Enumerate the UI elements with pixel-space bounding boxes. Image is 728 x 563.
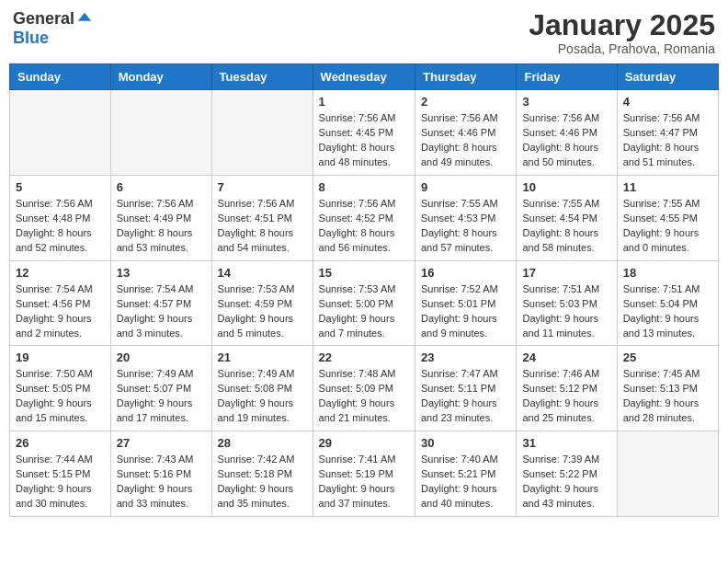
weekday-header: Friday xyxy=(517,64,617,90)
day-number: 6 xyxy=(117,180,206,194)
calendar-table: SundayMondayTuesdayWednesdayThursdayFrid… xyxy=(9,63,719,517)
calendar-cell: 30Sunrise: 7:40 AMSunset: 5:21 PMDayligh… xyxy=(415,431,517,517)
day-info: Sunrise: 7:56 AMSunset: 4:48 PMDaylight:… xyxy=(16,197,105,256)
calendar-cell: 15Sunrise: 7:53 AMSunset: 5:00 PMDayligh… xyxy=(313,260,415,346)
weekday-header: Sunday xyxy=(10,64,111,90)
day-info: Sunrise: 7:39 AMSunset: 5:22 PMDaylight:… xyxy=(522,453,610,511)
day-number: 10 xyxy=(522,180,610,194)
calendar-cell: 12Sunrise: 7:54 AMSunset: 4:56 PMDayligh… xyxy=(10,260,111,346)
day-number: 29 xyxy=(319,436,409,450)
calendar-cell xyxy=(10,90,111,176)
weekday-header: Monday xyxy=(110,64,211,90)
month-title: January 2025 xyxy=(529,9,715,41)
calendar-cell: 18Sunrise: 7:51 AMSunset: 5:04 PMDayligh… xyxy=(617,260,718,346)
page-header: General Blue January 2025 Posada, Prahov… xyxy=(9,9,719,56)
day-number: 1 xyxy=(319,95,409,109)
calendar-cell xyxy=(211,90,313,176)
day-info: Sunrise: 7:56 AMSunset: 4:45 PMDaylight:… xyxy=(319,111,409,170)
calendar-cell: 29Sunrise: 7:41 AMSunset: 5:19 PMDayligh… xyxy=(313,431,415,517)
calendar-week-row: 12Sunrise: 7:54 AMSunset: 4:56 PMDayligh… xyxy=(10,260,719,346)
day-info: Sunrise: 7:45 AMSunset: 5:13 PMDaylight:… xyxy=(623,367,712,426)
day-number: 9 xyxy=(421,180,510,194)
calendar-cell: 20Sunrise: 7:49 AMSunset: 5:07 PMDayligh… xyxy=(110,346,211,431)
day-number: 7 xyxy=(218,180,307,194)
calendar-week-row: 26Sunrise: 7:44 AMSunset: 5:15 PMDayligh… xyxy=(10,431,719,517)
day-info: Sunrise: 7:40 AMSunset: 5:21 PMDaylight:… xyxy=(421,453,510,511)
calendar-cell: 28Sunrise: 7:42 AMSunset: 5:18 PMDayligh… xyxy=(211,431,313,517)
calendar-cell: 9Sunrise: 7:55 AMSunset: 4:53 PMDaylight… xyxy=(415,175,517,260)
logo-general-text: General xyxy=(13,9,74,29)
calendar-cell: 6Sunrise: 7:56 AMSunset: 4:49 PMDaylight… xyxy=(110,175,211,260)
logo-blue-text: Blue xyxy=(13,29,49,48)
day-info: Sunrise: 7:55 AMSunset: 4:55 PMDaylight:… xyxy=(623,197,712,256)
day-info: Sunrise: 7:56 AMSunset: 4:49 PMDaylight:… xyxy=(117,197,206,256)
weekday-header: Thursday xyxy=(415,64,517,90)
day-info: Sunrise: 7:56 AMSunset: 4:51 PMDaylight:… xyxy=(218,197,307,256)
location-text: Posada, Prahova, Romania xyxy=(529,41,715,56)
calendar-cell: 2Sunrise: 7:56 AMSunset: 4:46 PMDaylight… xyxy=(415,90,517,176)
day-info: Sunrise: 7:42 AMSunset: 5:18 PMDaylight:… xyxy=(218,453,307,511)
calendar-cell xyxy=(110,90,211,176)
day-info: Sunrise: 7:55 AMSunset: 4:54 PMDaylight:… xyxy=(522,197,610,256)
day-info: Sunrise: 7:47 AMSunset: 5:11 PMDaylight:… xyxy=(421,367,510,426)
weekday-header: Wednesday xyxy=(313,64,415,90)
calendar-cell: 21Sunrise: 7:49 AMSunset: 5:08 PMDayligh… xyxy=(211,346,313,431)
day-number: 26 xyxy=(16,436,105,450)
day-number: 17 xyxy=(522,266,610,280)
day-number: 12 xyxy=(16,266,105,280)
day-number: 22 xyxy=(319,350,409,364)
day-info: Sunrise: 7:55 AMSunset: 4:53 PMDaylight:… xyxy=(421,197,510,256)
calendar-cell: 3Sunrise: 7:56 AMSunset: 4:46 PMDaylight… xyxy=(517,90,617,176)
day-info: Sunrise: 7:54 AMSunset: 4:56 PMDaylight:… xyxy=(16,282,105,341)
day-number: 24 xyxy=(522,350,610,364)
day-info: Sunrise: 7:53 AMSunset: 4:59 PMDaylight:… xyxy=(218,282,307,341)
title-area: January 2025 Posada, Prahova, Romania xyxy=(529,9,715,56)
day-number: 11 xyxy=(623,180,712,194)
calendar-cell: 13Sunrise: 7:54 AMSunset: 4:57 PMDayligh… xyxy=(110,260,211,346)
day-info: Sunrise: 7:54 AMSunset: 4:57 PMDaylight:… xyxy=(117,282,206,341)
day-info: Sunrise: 7:49 AMSunset: 5:08 PMDaylight:… xyxy=(218,367,307,426)
day-info: Sunrise: 7:41 AMSunset: 5:19 PMDaylight:… xyxy=(319,453,409,511)
day-info: Sunrise: 7:44 AMSunset: 5:15 PMDaylight:… xyxy=(16,453,105,511)
logo: General Blue xyxy=(13,9,93,48)
day-number: 3 xyxy=(522,95,610,109)
calendar-cell: 4Sunrise: 7:56 AMSunset: 4:47 PMDaylight… xyxy=(617,90,718,176)
calendar-cell: 31Sunrise: 7:39 AMSunset: 5:22 PMDayligh… xyxy=(517,431,617,517)
day-number: 25 xyxy=(623,350,712,364)
calendar-cell: 1Sunrise: 7:56 AMSunset: 4:45 PMDaylight… xyxy=(313,90,415,176)
day-number: 21 xyxy=(218,350,307,364)
calendar-cell: 22Sunrise: 7:48 AMSunset: 5:09 PMDayligh… xyxy=(313,346,415,431)
day-info: Sunrise: 7:56 AMSunset: 4:47 PMDaylight:… xyxy=(623,111,712,170)
day-info: Sunrise: 7:46 AMSunset: 5:12 PMDaylight:… xyxy=(522,367,610,426)
day-info: Sunrise: 7:56 AMSunset: 4:52 PMDaylight:… xyxy=(319,197,409,256)
calendar-cell: 25Sunrise: 7:45 AMSunset: 5:13 PMDayligh… xyxy=(617,346,718,431)
day-number: 2 xyxy=(421,95,510,109)
day-info: Sunrise: 7:48 AMSunset: 5:09 PMDaylight:… xyxy=(319,367,409,426)
weekday-header: Saturday xyxy=(617,64,718,90)
day-number: 20 xyxy=(117,350,206,364)
day-number: 18 xyxy=(623,266,712,280)
calendar-cell: 10Sunrise: 7:55 AMSunset: 4:54 PMDayligh… xyxy=(517,175,617,260)
day-number: 5 xyxy=(16,180,105,194)
day-info: Sunrise: 7:50 AMSunset: 5:05 PMDaylight:… xyxy=(16,367,105,426)
day-info: Sunrise: 7:43 AMSunset: 5:16 PMDaylight:… xyxy=(117,453,206,511)
day-number: 14 xyxy=(218,266,307,280)
logo-icon xyxy=(76,11,93,28)
calendar-cell: 8Sunrise: 7:56 AMSunset: 4:52 PMDaylight… xyxy=(313,175,415,260)
day-info: Sunrise: 7:51 AMSunset: 5:04 PMDaylight:… xyxy=(623,282,712,341)
day-number: 30 xyxy=(421,436,510,450)
calendar-cell: 27Sunrise: 7:43 AMSunset: 5:16 PMDayligh… xyxy=(110,431,211,517)
day-number: 8 xyxy=(319,180,409,194)
calendar-week-row: 1Sunrise: 7:56 AMSunset: 4:45 PMDaylight… xyxy=(10,90,719,176)
day-number: 27 xyxy=(117,436,206,450)
calendar-cell: 5Sunrise: 7:56 AMSunset: 4:48 PMDaylight… xyxy=(10,175,111,260)
day-number: 16 xyxy=(421,266,510,280)
weekday-header: Tuesday xyxy=(211,64,313,90)
calendar-cell: 11Sunrise: 7:55 AMSunset: 4:55 PMDayligh… xyxy=(617,175,718,260)
day-info: Sunrise: 7:49 AMSunset: 5:07 PMDaylight:… xyxy=(117,367,206,426)
calendar-cell: 14Sunrise: 7:53 AMSunset: 4:59 PMDayligh… xyxy=(211,260,313,346)
calendar-week-row: 19Sunrise: 7:50 AMSunset: 5:05 PMDayligh… xyxy=(10,346,719,431)
day-info: Sunrise: 7:56 AMSunset: 4:46 PMDaylight:… xyxy=(421,111,510,170)
calendar-cell: 17Sunrise: 7:51 AMSunset: 5:03 PMDayligh… xyxy=(517,260,617,346)
day-number: 19 xyxy=(16,350,105,364)
